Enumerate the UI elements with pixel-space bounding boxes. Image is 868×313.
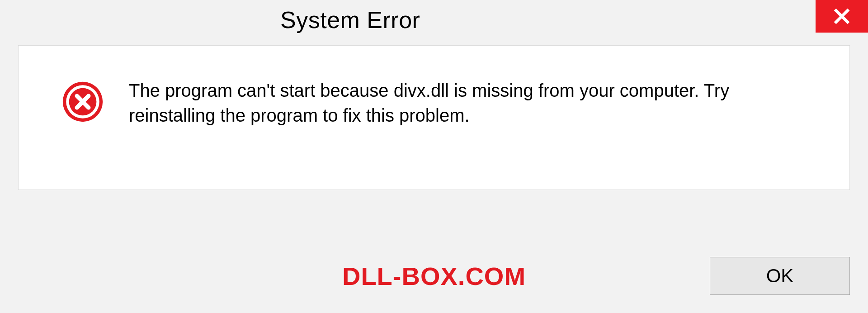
close-button[interactable] xyxy=(816,0,868,33)
ok-button[interactable]: OK xyxy=(710,257,850,295)
dialog-content: The program can't start because divx.dll… xyxy=(18,45,850,190)
watermark-text: DLL-BOX.COM xyxy=(342,261,526,291)
window-title: System Error xyxy=(280,6,420,33)
dialog-footer: DLL-BOX.COM OK xyxy=(18,257,850,295)
close-icon xyxy=(833,8,850,25)
titlebar: System Error xyxy=(0,0,868,40)
error-message: The program can't start because divx.dll… xyxy=(129,78,771,128)
error-icon xyxy=(62,81,104,123)
